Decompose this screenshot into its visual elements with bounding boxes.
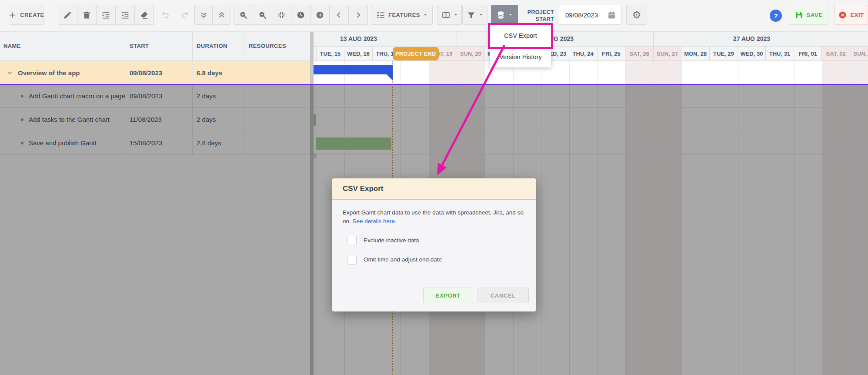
day-header-cell: MON, 14 [314,46,317,61]
calendar-icon [607,10,616,20]
summary-bar-end-notch [387,74,393,80]
filter-button[interactable] [462,5,487,25]
modal-actions: EXPORT CANCEL [423,288,529,303]
settings-button[interactable]: ⚙ [626,5,647,25]
task-start-cell: 09/08/2023 [126,61,193,84]
date-value: 09/08/2023 [565,11,598,19]
modal-title: CSV Export [332,178,536,200]
day-header-cell: THU, 24 [569,46,598,61]
week-header-cell: 27 AUG 2023 [653,31,850,46]
week-header-cell: 20 AUG 2023 [457,31,653,46]
project-start-date-input[interactable]: 09/08/2023 [559,5,622,25]
prev-button[interactable] [329,5,349,25]
database-icon [496,10,505,20]
task-name: Overview of the app [18,69,80,77]
day-header-cell: THU, 31 [766,46,794,61]
day-header-cell: SAT, 02 [822,46,850,61]
save-button[interactable]: SAVE [789,5,828,25]
day-header-cell: TUE, 29 [710,46,738,61]
eraser-icon [140,10,149,20]
export-dropdown-menu: CSV ExportVersion History [490,25,551,67]
cancel-button[interactable]: CANCEL [477,288,529,303]
redo-icon [180,10,190,20]
question-mark-label: ? [774,12,778,20]
time-icon [296,10,305,20]
csv-export-modal: CSV Export Export Gantt chart data to us… [332,178,536,311]
go-to-icon [315,10,324,20]
modal-description: Export Gantt chart data to use the data … [332,200,536,226]
omit-time-checkbox[interactable] [347,255,357,265]
redo-button[interactable] [175,5,195,25]
column-header-duration[interactable]: DURATION [193,31,244,60]
outdent-icon [120,10,130,20]
zoom-out-icon [258,10,267,20]
undo-button[interactable] [156,5,175,25]
project-start-label: PROJECT START [518,9,554,23]
expand-all-button[interactable] [212,5,230,25]
x-circle-icon [838,10,847,20]
task-resources-cell [244,61,310,84]
column-header-start[interactable]: START [126,31,193,60]
delete-icon [82,10,91,20]
omit-time-label: Omit time and adjust end date [364,256,442,263]
day-header-cell: SUN, 27 [654,46,682,61]
chevron-down-icon[interactable] [6,69,13,77]
time-button[interactable] [291,5,310,25]
columns-icon [441,10,451,20]
save-icon [795,10,804,20]
help-button[interactable]: ? [770,10,782,22]
features-button[interactable]: FEATURES [371,5,433,25]
exclude-inactive-row: Exclude inactive data [347,236,536,245]
columns-button[interactable] [437,5,462,25]
see-details-link[interactable]: See details here. [353,218,397,224]
column-header-resources[interactable]: RESOURCES [244,31,310,60]
save-label: SAVE [807,12,823,18]
export-button[interactable]: EXPORT [423,288,473,303]
day-header-cell: SUN, 03 [850,46,868,61]
create-label: CREATE [20,12,44,18]
zoom-in-icon [239,10,248,20]
day-header-cell: FRI, 25 [598,46,626,61]
export-menu-button[interactable] [491,5,518,25]
exit-button[interactable]: EXIT [834,5,868,25]
collapse-all-icon [199,10,208,20]
day-header-cell: WED, 30 [738,46,766,61]
menu-item-csv-export[interactable]: CSV Export [490,25,551,47]
delete-button[interactable] [77,5,97,25]
expand-all-icon [217,10,226,20]
task-duration-cell: 6.8 days [193,61,244,84]
eraser-button[interactable] [134,5,154,25]
next-button[interactable] [348,5,368,25]
zoom-out-button[interactable] [253,5,272,25]
project-end-badge: PROJECT END [393,47,439,60]
exit-label: EXIT [850,12,864,18]
next-icon [354,10,363,20]
prev-icon [334,10,344,20]
exclude-inactive-label: Exclude inactive data [364,237,419,244]
exclude-inactive-checkbox[interactable] [347,236,357,245]
create-button[interactable]: CREATE [9,5,43,25]
chevron-down-icon [508,13,513,17]
column-header-name[interactable]: NAME [0,31,126,60]
day-header-cell: SAT, 26 [625,46,654,61]
omit-time-row: Omit time and adjust end date [347,255,536,265]
chevron-down-icon [454,13,458,17]
plus-icon [8,10,17,20]
indent-button[interactable] [96,5,116,25]
go-to-button[interactable] [310,5,330,25]
summary-bar[interactable] [314,65,393,74]
zoom-in-button[interactable] [234,5,253,25]
collapse-all-button[interactable] [194,5,213,25]
gear-icon: ⚙ [632,10,641,20]
menu-item-version-history[interactable]: Version History [490,47,551,67]
edit-button[interactable] [58,5,77,25]
features-label: FEATURES [388,12,420,18]
chevron-down-icon [423,13,427,17]
day-header-cell: FRI, 01 [794,46,822,61]
task-table-header: NAME START DURATION RESOURCES [0,31,310,61]
outdent-button[interactable] [115,5,135,25]
filter-icon [467,10,476,20]
task-name-cell: Overview of the app [0,61,126,84]
zoom-fit-button[interactable] [272,5,291,25]
table-row[interactable]: Overview of the app09/08/20236.8 days [0,61,310,84]
